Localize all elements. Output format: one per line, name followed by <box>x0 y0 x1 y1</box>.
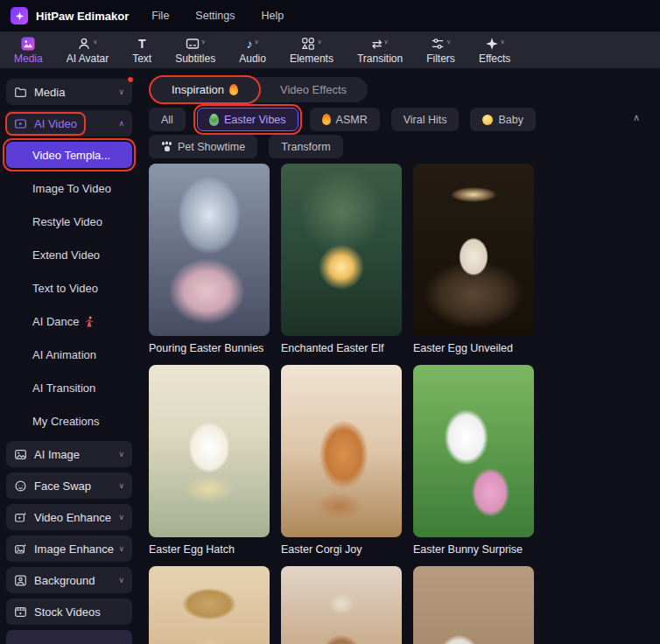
sidebar-item-ai-image[interactable]: AI Image ∨ <box>6 441 132 467</box>
sidebar-item-ai-video[interactable]: AI Video ∧ <box>6 110 132 136</box>
sidebar-item-stock-videos[interactable]: Stock Videos <box>6 598 132 625</box>
sidebar-item-partial[interactable] <box>6 630 132 644</box>
sidebar-item-label: Background <box>34 574 95 587</box>
sidebar-subitem-ai-dance[interactable]: AI Dance <box>6 304 132 338</box>
sidebar-item-label: Image Enhance <box>34 542 114 556</box>
text-icon: T <box>138 37 146 51</box>
dancer-icon <box>84 316 95 327</box>
filter-chip-all[interactable]: All <box>149 108 186 131</box>
template-thumbnail-easter-egg-unveiled[interactable] <box>413 164 534 336</box>
template-card: Easter Corgi Joy <box>281 365 402 556</box>
menu-help[interactable]: Help <box>262 10 284 22</box>
chip-label: Viral Hits <box>404 114 447 126</box>
sidebar-subitem-image-to-video[interactable]: Image To Video <box>6 172 132 205</box>
toolbar-label: Transition <box>357 53 403 64</box>
toolbar-text[interactable]: T Text <box>132 37 151 64</box>
ai-video-icon <box>14 117 27 130</box>
toolbar-media[interactable]: Media <box>14 37 43 64</box>
effects-icon <box>485 37 499 51</box>
sidebar-item-label: Media <box>34 86 65 99</box>
flame-icon <box>322 114 331 125</box>
content-panel: Inspiration Video Effects All Easter Vib… <box>138 68 660 644</box>
filter-chip-transform[interactable]: Transform <box>269 135 343 158</box>
template-title: Pouring Easter Bunnies <box>149 342 270 354</box>
toolbar-ai-avatar[interactable]: ∨ AI Avatar <box>67 37 109 64</box>
chevron-down-icon: ∨ <box>317 38 321 46</box>
sidebar-subitem-label: AI Transition <box>32 382 95 395</box>
sidebar-item-video-enhance[interactable]: Video Enhance ∨ <box>6 504 132 530</box>
chevron-down-icon: ∨ <box>93 38 97 46</box>
chip-label: Pet Showtime <box>178 141 245 153</box>
sidebar-subitem-label: Video Templa... <box>32 149 110 162</box>
toolbar-transition[interactable]: ⇄∨ Transition <box>357 37 403 64</box>
sidebar-item-face-swap[interactable]: Face Swap ∨ <box>6 472 132 499</box>
sidebar-subitem-text-to-video[interactable]: Text to Video <box>6 271 132 304</box>
filter-chip-baby[interactable]: Baby <box>470 108 536 131</box>
toolbar-label: Effects <box>479 53 510 64</box>
template-card: Pouring Easter Bunnies <box>149 164 270 354</box>
toolbar-audio[interactable]: ♪∨ Audio <box>239 37 266 64</box>
toolbar-effects[interactable]: ∨ Effects <box>479 37 510 64</box>
sidebar-subitem-restyle-video[interactable]: Restyle Video <box>6 205 132 238</box>
sidebar-item-label: Face Swap <box>34 480 91 493</box>
template-card <box>281 566 402 644</box>
template-thumbnail-partial-3[interactable] <box>413 566 534 644</box>
filter-chip-asmr[interactable]: ASMR <box>310 108 380 131</box>
sidebar-item-label: Stock Videos <box>34 606 101 619</box>
template-thumbnail-easter-corgi-joy[interactable] <box>281 365 402 537</box>
sidebar-subitem-my-creations[interactable]: My Creations <box>6 404 132 438</box>
template-thumbnail-enchanted-easter-elf[interactable] <box>281 164 402 336</box>
ai-image-icon <box>14 448 27 461</box>
sidebar-item-media[interactable]: Media ∨ <box>6 79 132 105</box>
background-icon <box>14 574 27 587</box>
chevron-down-icon: ∨ <box>118 544 124 553</box>
toolbar-subtitles[interactable]: ∨ Subtitles <box>175 37 215 64</box>
template-card: Easter Bunny Surprise <box>413 365 534 556</box>
toolbar-elements[interactable]: ∨ Elements <box>290 37 334 64</box>
template-title: Enchanted Easter Elf <box>281 342 402 354</box>
menu-file[interactable]: File <box>151 10 169 22</box>
template-thumbnail-partial-1[interactable] <box>149 566 270 644</box>
sidebar-item-background[interactable]: Background ∨ <box>6 567 132 593</box>
template-thumbnail-easter-bunny-surprise[interactable] <box>413 365 534 537</box>
chevron-up-icon: ∧ <box>118 119 124 128</box>
template-thumbnail-partial-2[interactable] <box>281 566 402 644</box>
template-thumbnail-pouring-easter-bunnies[interactable] <box>149 164 270 336</box>
sidebar-item-label: Video Enhance <box>34 511 111 524</box>
menubar: File Settings Help <box>151 10 284 22</box>
template-thumbnail-easter-egg-hatch[interactable] <box>149 365 270 537</box>
chevron-down-icon: ∨ <box>501 38 505 46</box>
toolbar-filters[interactable]: ∨ Filters <box>426 37 455 64</box>
filter-chip-viral-hits[interactable]: Viral Hits <box>391 108 460 131</box>
template-card <box>149 566 270 644</box>
chip-label: Transform <box>281 141 331 153</box>
sidebar-subitem-label: Extend Video <box>32 248 100 262</box>
logo-star-icon <box>15 11 25 21</box>
sidebar-subitem-extend-video[interactable]: Extend Video <box>6 238 132 271</box>
sidebar-subitem-video-template[interactable]: Video Templa... <box>6 142 132 168</box>
sidebar: Media ∨ AI Video ∧ Video Templa... Image… <box>0 68 138 644</box>
sidebar-subitem-label: Image To Video <box>32 182 111 195</box>
filter-chip-pet-showtime[interactable]: Pet Showtime <box>149 135 257 158</box>
template-card <box>413 566 534 644</box>
chevron-down-icon: ∨ <box>118 513 124 522</box>
template-grid: Pouring Easter Bunnies Enchanted Easter … <box>149 164 648 644</box>
toolbar-label: Audio <box>239 53 266 64</box>
folder-icon <box>14 86 27 99</box>
template-title: Easter Bunny Surprise <box>413 543 534 556</box>
collapse-filters-button[interactable]: ∧ <box>627 110 646 125</box>
template-title: Easter Egg Hatch <box>149 543 270 556</box>
content-tabs: Inspiration Video Effects <box>151 77 368 102</box>
tab-inspiration[interactable]: Inspiration <box>151 77 259 102</box>
sidebar-item-label: AI Image <box>34 448 80 461</box>
filter-chip-easter-vibes[interactable]: Easter Vibes <box>197 108 298 131</box>
subtitles-icon <box>186 37 200 51</box>
sidebar-subitem-ai-transition[interactable]: AI Transition <box>6 371 132 404</box>
tab-video-effects[interactable]: Video Effects <box>259 77 368 102</box>
toolbar-label: Subtitles <box>175 53 215 64</box>
toolbar-label: AI Avatar <box>67 53 109 64</box>
app-window: HitPaw Edimakor File Settings Help Media… <box>0 0 660 644</box>
sidebar-subitem-ai-animation[interactable]: AI Animation <box>6 338 132 371</box>
sidebar-item-image-enhance[interactable]: Image Enhance ∨ <box>6 536 132 562</box>
menu-settings[interactable]: Settings <box>195 10 235 22</box>
